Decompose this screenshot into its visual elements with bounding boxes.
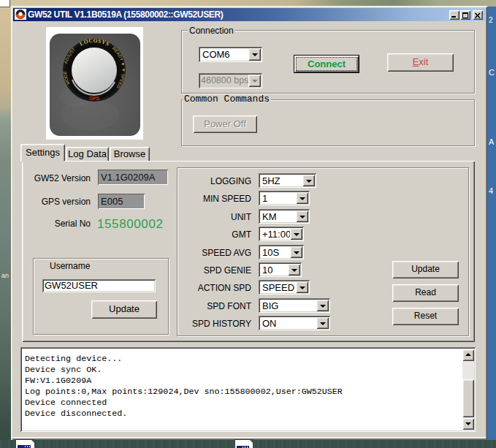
svg-text:GPS: GPS	[89, 96, 99, 101]
